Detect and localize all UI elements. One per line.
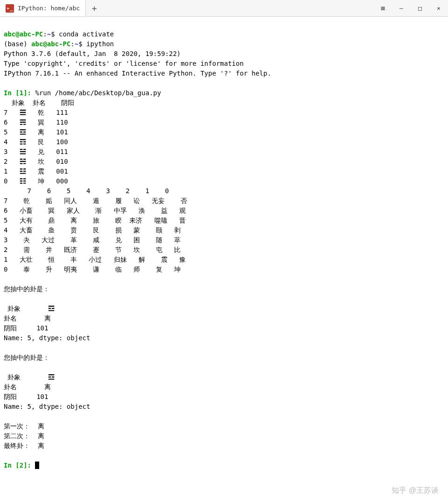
table2-row: 3 夬 大过 革 咸 兑 困 随 萃 (4, 236, 181, 244)
draw-label-2: 您抽中的卦是： (4, 354, 49, 361)
table1-row: 1 ☳ 震 001 (4, 168, 68, 175)
table2-row: 5 大有 鼎 离 旅 睽 未济 噬嗑 晋 (4, 217, 186, 224)
table1-row: 5 ☲ 离 101 (4, 128, 68, 136)
draw-label-1: 您抽中的卦是： (4, 285, 49, 293)
new-tab-button[interactable]: + (86, 0, 103, 16)
first-draw: 第一次： 离 (4, 422, 44, 430)
terminal-icon: ▸_ (6, 4, 14, 13)
prompt-sep: : (43, 30, 47, 38)
table2-header: 7 6 5 4 3 2 1 0 (4, 187, 169, 195)
prompt-sep-2: : (70, 40, 74, 48)
table1-row: 2 ☵ 坎 010 (4, 158, 68, 165)
table2-row: 2 需 井 既济 蹇 节 坎 屯 比 (4, 246, 181, 253)
in-prompt-2: In [2]: (4, 462, 35, 469)
minimize-button[interactable]: — (392, 0, 411, 17)
result-guaming-2: 卦名 离 (4, 383, 51, 391)
prompt-dollar: $ (51, 30, 59, 38)
table2-row: 4 大畜 蛊 贲 艮 损 蒙 颐 剥 (4, 226, 181, 234)
result-yinyang-2: 阴阳 101 (4, 393, 48, 400)
titlebar-spacer (103, 0, 373, 16)
command-1: conda activate (59, 30, 114, 38)
prompt-path-2: ~ (75, 40, 78, 48)
result-guaming-1: 卦名 离 (4, 315, 51, 322)
final-gua: 最终卦： 离 (4, 442, 44, 449)
watermark: 知乎 @王苏谈 (392, 486, 439, 496)
window-controls: ≡ — □ × (373, 0, 448, 16)
prompt-prefix: (base) (4, 40, 31, 48)
result-guaxiang-2: 卦象 ☲ (4, 373, 55, 381)
table1-row: 6 ☴ 巽 110 (4, 119, 68, 126)
table2-row: 6 小畜 巽 家人 渐 中孚 涣 益 观 (4, 207, 186, 214)
cursor (35, 462, 39, 469)
table1-row: 7 ☰ 乾 111 (4, 109, 68, 116)
table2-row: 7 乾 姤 同人 遁 履 讼 无妄 否 (4, 197, 187, 204)
result-name-1: Name: 5, dtype: object (4, 334, 90, 342)
table1-row: 4 ☶ 艮 100 (4, 138, 68, 146)
result-guaxiang-1: 卦象 ☲ (4, 305, 55, 312)
tab-active[interactable]: ▸_ IPython: home/abc (0, 0, 86, 16)
tab-title: IPython: home/abc (18, 5, 80, 12)
table2-row: 0 泰 升 明夷 谦 临 师 复 坤 (4, 266, 181, 273)
result-yinyang-1: 阴阳 101 (4, 324, 48, 332)
close-button[interactable]: × (429, 0, 448, 17)
second-draw: 第二次： 离 (4, 432, 44, 440)
prompt-user: abc@abc-PC (4, 30, 43, 38)
table1-row: 0 ☷ 坤 000 (4, 177, 68, 185)
table1-row: 3 ☱ 兑 011 (4, 148, 68, 155)
menu-button[interactable]: ≡ (373, 0, 392, 17)
in-command-1: %run /home/abc/Desktop/ba_gua.py (35, 89, 161, 97)
prompt-path: ~ (47, 30, 51, 38)
command-2: ipython (86, 40, 114, 48)
table2-row: 1 大壮 恒 丰 小过 归妹 解 震 豫 (4, 256, 186, 263)
prompt-user-2: abc@abc-PC (31, 40, 70, 48)
result-name-2: Name: 5, dtype: object (4, 403, 90, 410)
banner-line-3: IPython 7.16.1 -- An enhanced Interactiv… (4, 70, 271, 77)
banner-line-1: Python 3.7.6 (default, Jan 8 2020, 19:59… (4, 50, 185, 57)
maximize-button[interactable]: □ (411, 0, 429, 17)
banner-line-2: Type 'copyright', 'credits' or 'license'… (4, 60, 244, 67)
titlebar: ▸_ IPython: home/abc + ≡ — □ × (0, 0, 448, 17)
table1-header: 卦象 卦名 阴阳 (4, 99, 74, 106)
in-prompt-1: In [1]: (4, 89, 35, 97)
prompt-dollar-2: $ (78, 40, 86, 48)
terminal-output[interactable]: abc@abc-PC:~$ conda activate (base) abc@… (0, 17, 448, 473)
